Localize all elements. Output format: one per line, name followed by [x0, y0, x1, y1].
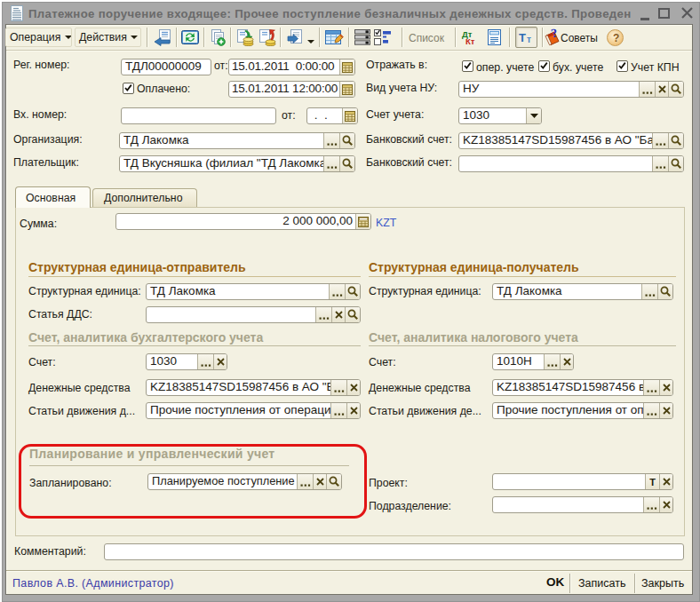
- svg-text:т: т: [527, 35, 531, 44]
- svg-text:Кт: Кт: [465, 36, 475, 45]
- svg-text:T: T: [519, 31, 526, 44]
